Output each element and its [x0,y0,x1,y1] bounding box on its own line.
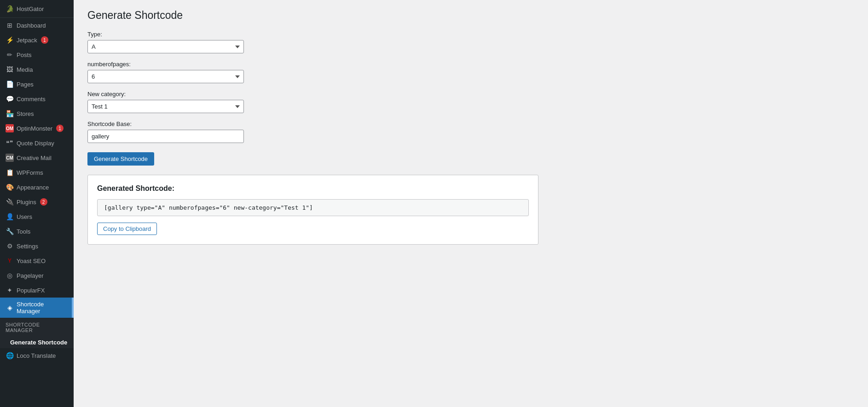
sidebar: 🐊 HostGator ⊞ Dashboard ⚡ Jetpack 1 ✏ Po… [0,0,74,407]
sidebar-item-plugins[interactable]: 🔌 Plugins 2 [0,195,74,209]
numberofpages-select[interactable]: 12345 678910 [87,70,244,83]
optinmonster-icon: OM [6,124,14,132]
jetpack-icon: ⚡ [6,36,14,44]
loco-translate-icon: 🌐 [6,351,14,360]
sidebar-item-pages[interactable]: 📄 Pages [0,77,74,92]
sidebar-item-comments[interactable]: 💬 Comments [0,92,74,106]
sidebar-item-stores[interactable]: 🏪 Stores [0,106,74,121]
sidebar-item-shortcode-manager[interactable]: ◈ Shortcode Manager [0,298,74,318]
stores-icon: 🏪 [6,109,14,118]
settings-icon: ⚙ [6,242,14,250]
plugins-icon: 🔌 [6,198,14,206]
type-select[interactable]: A B C [87,40,244,53]
page-title: Generate Shortcode [87,9,854,22]
sidebar-header: 🐊 HostGator [0,0,74,18]
numberofpages-label: numberofpages: [87,61,854,68]
new-category-field-group: New category: Test 1 Test 2 Test 3 [87,91,854,113]
numberofpages-field-group: numberofpages: 12345 678910 [87,61,854,83]
users-icon: 👤 [6,212,14,221]
sidebar-item-pagelayer[interactable]: ◎ Pagelayer [0,268,74,283]
sidebar-item-quote-display[interactable]: ❝❞ Quote Display [0,136,74,150]
popularfx-icon: ✦ [6,286,14,294]
hostgator-icon: 🐊 [6,5,14,13]
wpforms-icon: 📋 [6,168,14,177]
shortcode-base-input[interactable] [87,130,244,143]
submenu-title: Shortcode Manager [0,318,74,337]
sidebar-item-jetpack[interactable]: ⚡ Jetpack 1 [0,33,74,47]
sidebar-item-optinmonster[interactable]: OM OptinMonster 1 [0,121,74,136]
sidebar-item-yoast-seo[interactable]: Y Yoast SEO [0,253,74,268]
sidebar-item-users[interactable]: 👤 Users [0,209,74,224]
shortcode-base-field-group: Shortcode Base: [87,120,854,143]
jetpack-badge: 1 [41,36,48,44]
yoast-seo-icon: Y [6,257,14,265]
type-field-group: Type: A B C [87,31,854,53]
pagelayer-icon: ◎ [6,271,14,280]
optinmonster-badge: 1 [56,125,64,132]
sidebar-item-hostgator[interactable]: 🐊 HostGator [6,5,68,13]
main-content: Generate Shortcode Type: A B C numberofp… [74,0,868,407]
shortcode-base-label: Shortcode Base: [87,120,854,127]
sidebar-item-tools[interactable]: 🔧 Tools [0,224,74,239]
pages-icon: 📄 [6,80,14,88]
generate-shortcode-button[interactable]: Generate Shortcode [87,152,154,166]
shortcode-manager-icon: ◈ [6,304,14,312]
submenu: Shortcode Manager Generate Shortcode [0,318,74,348]
sidebar-item-loco-translate[interactable]: 🌐 Loco Translate [0,348,74,363]
sidebar-item-creative-mail[interactable]: CM Creative Mail [0,150,74,165]
sidebar-item-media[interactable]: 🖼 Media [0,62,74,77]
result-box: Generated Shortcode: [gallery type="A" n… [87,175,538,245]
submenu-item-generate-shortcode[interactable]: Generate Shortcode [0,337,74,348]
sidebar-item-appearance[interactable]: 🎨 Appearance [0,180,74,195]
creative-mail-icon: CM [6,154,14,162]
copy-to-clipboard-button[interactable]: Copy to Clipboard [97,223,157,235]
tools-icon: 🔧 [6,227,14,235]
sidebar-item-dashboard[interactable]: ⊞ Dashboard [0,18,74,33]
result-heading: Generated Shortcode: [97,184,529,193]
shortcode-output: [gallery type="A" numberofpages="6" new-… [97,199,529,216]
new-category-select[interactable]: Test 1 Test 2 Test 3 [87,100,244,113]
type-label: Type: [87,31,854,38]
quote-display-icon: ❝❞ [6,139,14,147]
plugins-badge: 2 [40,198,47,206]
sidebar-item-wpforms[interactable]: 📋 WPForms [0,165,74,180]
posts-icon: ✏ [6,51,14,59]
sidebar-item-settings[interactable]: ⚙ Settings [0,239,74,253]
comments-icon: 💬 [6,95,14,103]
new-category-label: New category: [87,91,854,97]
sidebar-item-popularfx[interactable]: ✦ PopularFX [0,283,74,298]
appearance-icon: 🎨 [6,183,14,191]
media-icon: 🖼 [6,65,14,74]
sidebar-item-posts[interactable]: ✏ Posts [0,47,74,62]
dashboard-icon: ⊞ [6,21,14,29]
